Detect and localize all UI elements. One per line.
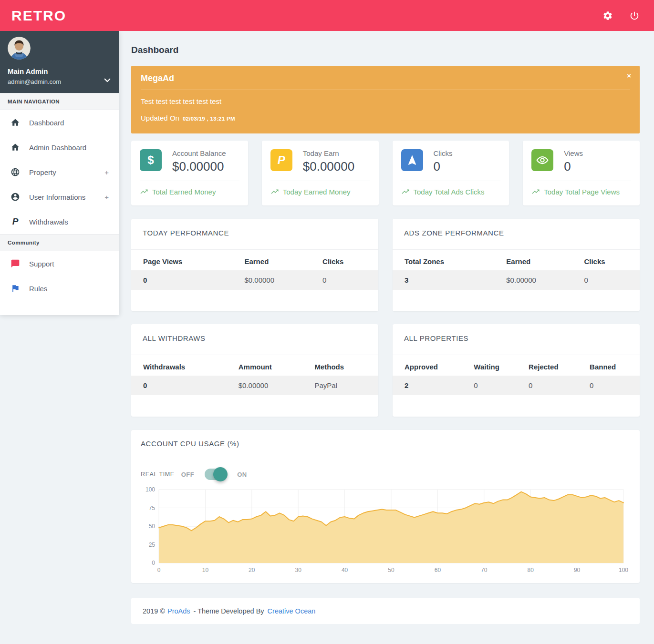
trending-up-icon [401,187,410,196]
sidebar-item-label: Support [29,260,54,268]
banner-message: Test test test test test test [141,97,630,105]
today-performance-card: TODAY PERFORMANCE Page Views Earned Clic… [131,219,378,311]
sidebar-item-property[interactable]: Property + [0,160,119,184]
expand-plus-icon[interactable]: + [104,168,109,176]
cell: 2 [393,376,468,395]
all-properties-card: ALL PROPERTIES Approved Waiting Rejected… [393,324,640,417]
column-header: Clicks [578,253,640,270]
svg-text:0: 0 [157,567,161,573]
gear-icon[interactable] [602,10,613,21]
paypal-icon: P [270,149,292,171]
avatar [8,37,31,60]
realtime-toggle[interactable] [205,469,227,480]
sidebar-item-label: Rules [29,285,47,293]
svg-text:60: 60 [435,567,441,573]
main-content: Dashboard MegaAd × Test test test test t… [131,31,640,624]
column-header: Rejected [523,358,584,376]
cell: $0.00000 [233,376,309,395]
stat-label: Account Balance [172,149,226,157]
table-row: 0 $0.00000 0 [131,270,378,290]
cell: 0 [131,376,233,395]
flag-icon [10,284,20,293]
toggle-knob [213,467,228,481]
stat-footer-link[interactable]: Total Earned Money [140,187,239,196]
topbar: RETRO [0,0,654,31]
nav-section-header: MAIN NAVIGATION [0,93,119,110]
cell: 0 [468,376,523,395]
stat-footer-link[interactable]: Today Total Ads Clicks [401,187,501,196]
power-icon[interactable] [629,10,640,21]
footer-text: - Theme Developed By [194,607,264,615]
sidebar-item-dashboard[interactable]: Dashboard [0,110,119,135]
sidebar-item-user-informations[interactable]: User Informations + [0,184,119,209]
sidebar-item-label: User Informations [29,193,85,201]
cell: PayPal [309,376,378,395]
svg-text:20: 20 [249,567,255,573]
divider [270,181,370,181]
stat-card-account-balance: $ Account Balance $0.00000 Total Earned … [131,141,248,205]
table-row: 3 $0.00000 0 [393,270,640,290]
brand-logo: RETRO [0,8,119,24]
stat-footer-link[interactable]: Today Earned Money [270,187,370,196]
today-performance-table: Page Views Earned Clicks 0 $0.00000 0 [131,253,378,290]
toggle-on-label: ON [237,471,247,478]
footer: 2019 © ProAds - Theme Developed By Creat… [131,598,640,624]
stat-card-views: Views 0 Today Total Page Views [523,141,640,205]
column-header: Methods [309,358,378,376]
column-header: Earned [500,253,578,270]
banner-updated: Updated On 02/03/19 , 13:21 PM [141,114,630,122]
footer-link-proads[interactable]: ProAds [167,607,190,615]
stat-value: 0 [564,159,583,174]
sidebar-item-rules[interactable]: Rules [0,276,119,301]
all-properties-table: Approved Waiting Rejected Banned 2 0 0 0 [393,358,640,395]
expand-plus-icon[interactable]: + [104,193,109,201]
column-header: Ammount [233,358,309,376]
svg-text:0: 0 [152,560,155,566]
column-header: Total Zones [393,253,500,270]
divider [401,181,501,181]
svg-text:100: 100 [145,486,155,493]
sidebar-item-label: Admin Dashboard [29,143,86,152]
stat-label: Clicks [434,149,453,157]
stat-label: Today Earn [303,149,354,157]
page-title: Dashboard [131,45,640,55]
trending-up-icon [531,187,540,196]
cell: 3 [393,270,500,290]
sidebar: Main Admin admin@admin.com MAIN NAVIGATI… [0,31,119,315]
footer-link-creative-ocean[interactable]: Creative Ocean [268,607,316,615]
user-email: admin@admin.com [8,78,112,85]
chevron-down-icon[interactable] [103,76,112,84]
sidebar-item-support[interactable]: Support [0,251,119,276]
column-header: Approved [393,358,468,376]
realtime-label: REAL TIME [141,471,175,478]
cell: 0 [584,376,640,395]
svg-text:70: 70 [481,567,488,573]
megaad-banner: MegaAd × Test test test test test test U… [131,66,640,133]
trending-up-icon [140,187,148,196]
all-withdraws-table: Withdrawals Ammount Methods 0 $0.00000 P… [131,358,378,395]
card-title: ALL PROPERTIES [393,324,640,342]
sidebar-item-label: Withdrawals [29,218,68,226]
sidebar-item-admin-dashboard[interactable]: Admin Dashboard [0,135,119,160]
cpu-usage-chart: 02550751000102030405060708090100 [141,485,630,578]
column-header: Page Views [131,253,239,270]
home-icon [10,143,20,152]
toggle-off-label: OFF [181,471,195,478]
footer-copyright: 2019 © [143,607,165,615]
svg-text:100: 100 [619,567,628,573]
divider [140,181,239,181]
globe-icon [10,167,20,177]
sidebar-item-withdrawals[interactable]: P Withdrawals [0,209,119,234]
user-panel: Main Admin admin@admin.com [0,31,119,93]
cell: 0 [317,270,378,290]
divider [531,181,631,181]
stat-footer-link[interactable]: Today Total Page Views [531,187,631,196]
divider [393,355,640,355]
card-title: ACCOUNT CPU USAGE (%) [141,440,630,448]
stat-label: Views [564,149,583,157]
svg-text:40: 40 [342,567,348,573]
divider [393,249,640,250]
stat-value: $0.00000 [303,159,354,174]
close-icon[interactable]: × [627,72,631,80]
trending-up-icon [270,187,279,196]
